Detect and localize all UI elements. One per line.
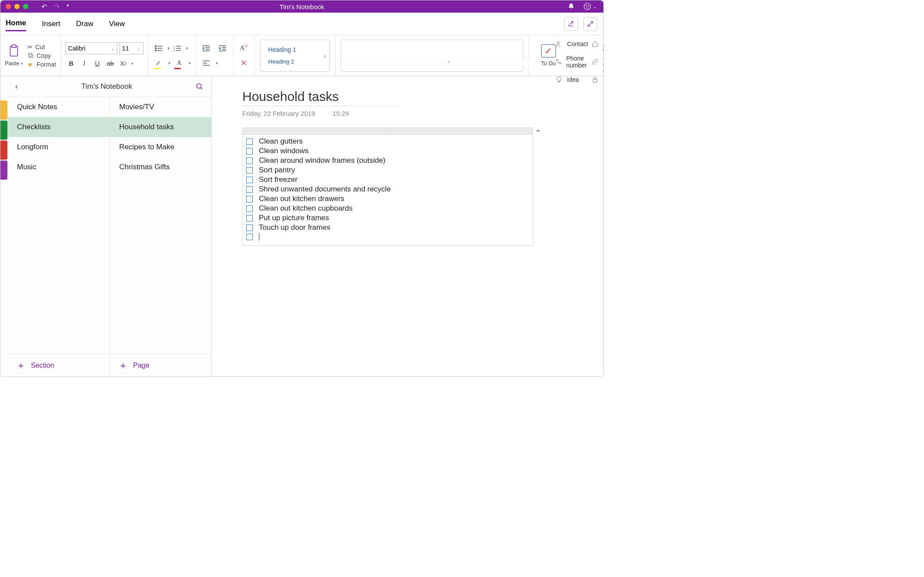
checkbox[interactable]	[246, 158, 253, 164]
task-text[interactable]: Sort freezer	[259, 175, 298, 184]
task-row[interactable]: Clean out kitchen cupboards	[246, 204, 529, 213]
chevron-down-icon[interactable]: ▾	[216, 61, 218, 65]
task-row[interactable]: Clean windows	[246, 146, 529, 156]
checkbox[interactable]	[246, 167, 253, 174]
checkbox[interactable]	[246, 196, 253, 202]
task-text[interactable]: Sort pantry	[259, 166, 295, 174]
task-row[interactable]: Shred unwanted documents and recycle	[246, 185, 529, 194]
task-text[interactable]: Clean out kitchen cupboards	[259, 204, 352, 213]
account-icon[interactable]: ⌄	[583, 3, 596, 10]
tag-address[interactable]: Address	[588, 40, 594, 48]
notifications-icon[interactable]	[568, 3, 575, 10]
tab-home[interactable]: Home	[6, 16, 26, 31]
back-icon[interactable]: ‹	[15, 82, 18, 91]
section-color-tab[interactable]	[0, 161, 7, 180]
delete-button[interactable]: ✕	[238, 57, 250, 69]
section-color-tab[interactable]	[0, 101, 7, 120]
page-editor[interactable]: Household tasks Friday, 22 February 2019…	[212, 76, 603, 376]
font-name-select[interactable]: Calibri⌄	[65, 42, 117, 54]
page-item[interactable]: Christmas Gifts	[110, 157, 211, 177]
checkbox[interactable]	[246, 186, 253, 193]
task-row-empty[interactable]	[246, 232, 529, 241]
chevron-down-icon[interactable]: ▾	[168, 61, 171, 65]
checkbox[interactable]	[246, 205, 253, 212]
fullscreen-button[interactable]	[583, 17, 597, 31]
qat-dropdown-icon[interactable]: ▾	[67, 3, 69, 11]
outdent-button[interactable]	[200, 43, 212, 54]
share-button[interactable]	[564, 17, 578, 31]
minimize-window-button[interactable]	[14, 4, 20, 9]
section-color-tab[interactable]	[0, 141, 7, 160]
add-section-button[interactable]: ＋Section	[7, 354, 110, 376]
font-color-button[interactable]: A	[173, 57, 185, 69]
style-heading1[interactable]: Heading 1	[268, 44, 329, 56]
italic-button[interactable]: I	[78, 58, 90, 69]
task-text[interactable]: Put up picture frames	[259, 214, 329, 222]
undo-icon[interactable]: ↶	[41, 3, 47, 11]
style-heading2[interactable]: Heading 2	[268, 56, 329, 67]
redo-icon[interactable]: ↷	[54, 3, 60, 11]
font-size-select[interactable]: 11⌄	[119, 42, 144, 54]
paste-button[interactable]: Paste▾	[5, 44, 23, 67]
task-text[interactable]: Touch up door frames	[259, 223, 330, 232]
strikethrough-button[interactable]: ab	[104, 58, 117, 69]
bullets-button[interactable]	[153, 43, 165, 54]
checkbox[interactable]	[246, 177, 253, 183]
content-container[interactable]: ◂▸ Clean guttersClean windowsClean aroun…	[242, 127, 533, 246]
tags-gallery[interactable]: ‹ Contact Address › Phone number Web sit…	[341, 40, 523, 72]
highlight-button[interactable]	[153, 57, 165, 69]
subscript-button[interactable]: X2	[117, 58, 130, 69]
tags-next[interactable]: ›	[347, 59, 552, 65]
container-handle[interactable]: ◂▸	[243, 128, 532, 135]
tab-view[interactable]: View	[109, 17, 125, 31]
close-window-button[interactable]	[6, 4, 11, 9]
copy-button[interactable]: Copy	[27, 52, 56, 59]
format-painter-button[interactable]: Format	[27, 61, 56, 68]
styles-gallery[interactable]: Heading 1 Heading 2 ›	[260, 40, 330, 72]
resize-grip-icon[interactable]: ◂▸	[536, 128, 540, 133]
page-item[interactable]: Movies/TV	[110, 97, 211, 117]
task-row[interactable]: Clean gutters	[246, 137, 529, 146]
section-color-tab[interactable]	[0, 121, 7, 140]
add-page-button[interactable]: ＋Page	[110, 354, 211, 376]
page-item[interactable]: Household tasks	[110, 117, 211, 137]
tab-draw[interactable]: Draw	[76, 17, 94, 31]
section-item[interactable]: Longform	[7, 137, 109, 157]
checkbox[interactable]	[246, 215, 253, 221]
checkbox[interactable]	[246, 234, 253, 240]
task-row[interactable]: Sort freezer	[246, 175, 529, 185]
numbering-button[interactable]: 123	[171, 43, 184, 54]
page-title[interactable]: Household tasks	[242, 89, 573, 104]
checkbox[interactable]	[246, 138, 253, 145]
chevron-down-icon[interactable]: ▾	[21, 61, 23, 66]
task-text[interactable]: Clean windows	[259, 147, 308, 155]
underline-button[interactable]: U	[91, 58, 104, 69]
checkbox[interactable]	[246, 148, 253, 154]
notebook-name[interactable]: Tim's Notebook	[81, 82, 132, 91]
bold-button[interactable]: B	[65, 58, 77, 69]
zoom-window-button[interactable]	[23, 4, 28, 9]
task-text[interactable]: Clean gutters	[259, 137, 303, 146]
checkbox[interactable]	[246, 225, 253, 231]
section-item[interactable]: Checklists	[7, 117, 109, 137]
task-row[interactable]: Touch up door frames	[246, 223, 529, 232]
task-row[interactable]: Clean around window frames (outside)	[246, 156, 529, 165]
section-item[interactable]: Quick Notes	[7, 97, 109, 117]
task-text[interactable]: Shred unwanted documents and recycle	[259, 185, 391, 194]
indent-button[interactable]	[217, 43, 229, 54]
search-icon[interactable]	[196, 83, 204, 91]
clear-formatting-button[interactable]: A◇	[238, 43, 250, 54]
task-row[interactable]: Put up picture frames	[246, 213, 529, 223]
tag-web[interactable]: Web site to visit	[588, 48, 594, 76]
chevron-right-icon[interactable]: ›	[324, 52, 325, 59]
task-text[interactable]: Clean out kitchen drawers	[259, 195, 345, 203]
section-item[interactable]: Music	[7, 157, 109, 177]
task-list[interactable]: Clean guttersClean windowsClean around w…	[243, 135, 532, 245]
task-row[interactable]: Sort pantry	[246, 165, 529, 175]
chevron-down-icon[interactable]: ▾	[167, 46, 170, 50]
align-button[interactable]	[200, 57, 212, 69]
chevron-down-icon[interactable]: ▾	[189, 61, 191, 65]
chevron-down-icon[interactable]: ▾	[131, 61, 134, 66]
task-text[interactable]: Clean around window frames (outside)	[259, 156, 385, 165]
page-item[interactable]: Recipes to Make	[110, 137, 211, 157]
